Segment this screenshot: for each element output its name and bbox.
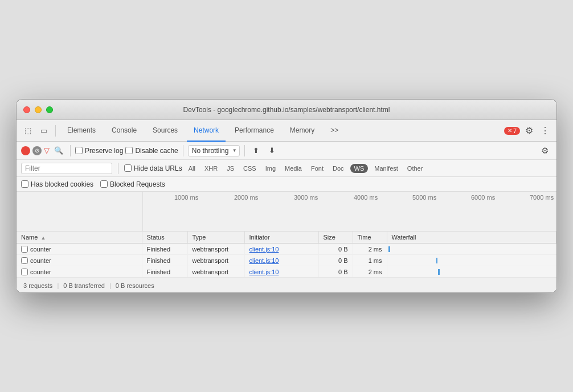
settings-button[interactable]: ⚙ [522, 124, 536, 138]
initiator-link[interactable]: client.js:10 [249, 246, 279, 253]
close-button[interactable] [23, 106, 30, 113]
cell-initiator[interactable]: client.js:10 [244, 244, 318, 255]
cell-name[interactable]: counter [17, 255, 142, 266]
tab-divider [55, 125, 56, 137]
network-table-scroll[interactable]: Name ▲ Status Type Initiator [17, 232, 556, 278]
col-time[interactable]: Time [353, 232, 387, 244]
timeline-header: 1000 ms 2000 ms 3000 ms 4000 ms 5000 ms … [17, 192, 556, 232]
waterfall-bar [436, 258, 437, 263]
cell-name[interactable]: counter [17, 244, 142, 255]
has-blocked-cookies-label[interactable]: Has blocked cookies [21, 180, 93, 188]
table-row[interactable]: counterFinishedwebtransportclient.js:100… [17, 255, 556, 266]
blocked-requests-checkbox[interactable] [100, 180, 108, 188]
tick-4000: 4000 ms [354, 194, 378, 201]
table-row[interactable]: counterFinishedwebtransportclient.js:100… [17, 266, 556, 278]
cell-initiator[interactable]: client.js:10 [244, 266, 318, 278]
tab-sources[interactable]: Sources [146, 120, 185, 142]
col-size[interactable]: Size [318, 232, 353, 244]
filter-css[interactable]: CSS [240, 164, 259, 173]
row-name: counter [30, 257, 51, 264]
cell-name[interactable]: counter [17, 266, 142, 278]
disable-cache-checkbox[interactable] [125, 147, 133, 154]
cell-type: webtransport [187, 266, 244, 278]
filter-doc[interactable]: Doc [330, 164, 347, 173]
blocked-cookies-bar: Has blocked cookies Blocked Requests [17, 177, 556, 192]
filter-font[interactable]: Font [308, 164, 326, 173]
stop-button[interactable]: ⊘ [32, 146, 42, 155]
tab-performance[interactable]: Performance [228, 120, 281, 142]
error-icon: ✕ [507, 127, 512, 134]
row-checkbox[interactable] [21, 257, 28, 264]
filter-all[interactable]: All [186, 164, 198, 173]
toolbar-divider2 [183, 145, 183, 156]
cell-type: webtransport [187, 255, 244, 266]
devtools-window: DevTools - googlechrome.github.io/sample… [16, 99, 557, 293]
download-button[interactable]: ⬇ [265, 144, 279, 158]
col-initiator[interactable]: Initiator [244, 232, 318, 244]
toolbar-divider1 [70, 145, 71, 156]
requests-count: 3 requests [23, 282, 52, 289]
hide-data-urls-label[interactable]: Hide data URLs [124, 164, 182, 172]
col-type[interactable]: Type [187, 232, 244, 244]
content-area: 1000 ms 2000 ms 3000 ms 4000 ms 5000 ms … [17, 192, 556, 292]
device-toolbar-button[interactable]: ▭ [37, 124, 51, 138]
filter-input[interactable] [21, 163, 112, 174]
filter-js[interactable]: JS [224, 164, 237, 173]
filter-other[interactable]: Other [404, 164, 426, 173]
initiator-link[interactable]: client.js:10 [249, 269, 279, 275]
minimize-button[interactable] [35, 106, 42, 113]
hide-data-urls-checkbox[interactable] [124, 164, 132, 172]
tab-console[interactable]: Console [105, 120, 144, 142]
window-title: DevTools - googlechrome.github.io/sample… [183, 106, 390, 114]
error-badge: ✕ 7 [504, 127, 520, 135]
error-count: 7 [513, 127, 517, 134]
preserve-log-checkbox[interactable] [75, 147, 83, 154]
timeline-spacer [17, 192, 143, 231]
preserve-log-label[interactable]: Preserve log [75, 147, 123, 155]
tick-2000: 2000 ms [234, 194, 258, 201]
tab-elements[interactable]: Elements [60, 120, 103, 142]
has-blocked-cookies-checkbox[interactable] [21, 180, 28, 188]
network-settings-button[interactable]: ⚙ [537, 143, 552, 158]
toolbar-divider3 [244, 145, 245, 156]
search-button[interactable]: 🔍 [52, 144, 66, 158]
throttle-wrapper: No throttling Fast 3G Slow 3G Offline [188, 145, 240, 156]
more-options-button[interactable]: ⋮ [538, 124, 552, 138]
filter-media[interactable]: Media [282, 164, 305, 173]
maximize-button[interactable] [46, 106, 53, 113]
resources-size: 0 B resources [116, 282, 154, 289]
status-bar: 3 requests | 0 B transferred | 0 B resou… [17, 278, 556, 292]
tick-1000: 1000 ms [174, 194, 198, 201]
throttle-select[interactable]: No throttling Fast 3G Slow 3G Offline [188, 145, 240, 156]
cell-time: 1 ms [353, 255, 387, 266]
disable-cache-label[interactable]: Disable cache [125, 147, 178, 155]
row-checkbox[interactable] [21, 269, 28, 275]
cell-type: webtransport [187, 244, 244, 255]
blocked-requests-label[interactable]: Blocked Requests [100, 180, 165, 188]
upload-button[interactable]: ⬆ [249, 144, 263, 158]
table-row[interactable]: counterFinishedwebtransportclient.js:100… [17, 244, 556, 255]
toolbar-right: ✕ 7 ⚙ ⋮ [504, 124, 552, 138]
row-name: counter [30, 246, 51, 253]
cell-status: Finished [142, 266, 187, 278]
filter-xhr[interactable]: XHR [202, 164, 220, 173]
filter-ws[interactable]: WS [350, 164, 369, 173]
record-button[interactable] [21, 146, 30, 155]
row-checkbox[interactable] [21, 246, 28, 253]
cell-time: 2 ms [353, 244, 387, 255]
tab-memory[interactable]: Memory [283, 120, 321, 142]
initiator-link[interactable]: client.js:10 [249, 257, 279, 264]
tab-network[interactable]: Network [187, 120, 226, 142]
cell-initiator[interactable]: client.js:10 [244, 255, 318, 266]
tick-3000: 3000 ms [294, 194, 318, 201]
tab-more[interactable]: >> [324, 120, 345, 142]
sep2: | [109, 282, 111, 289]
col-status[interactable]: Status [142, 232, 187, 244]
filter-manifest[interactable]: Manifest [371, 164, 401, 173]
col-waterfall[interactable]: Waterfall [387, 232, 556, 244]
cursor-tool-button[interactable]: ⬚ [21, 124, 35, 138]
waterfall-bar [438, 269, 440, 275]
cell-size: 0 B [318, 255, 353, 266]
filter-img[interactable]: Img [263, 164, 279, 173]
col-name[interactable]: Name ▲ [17, 232, 142, 244]
